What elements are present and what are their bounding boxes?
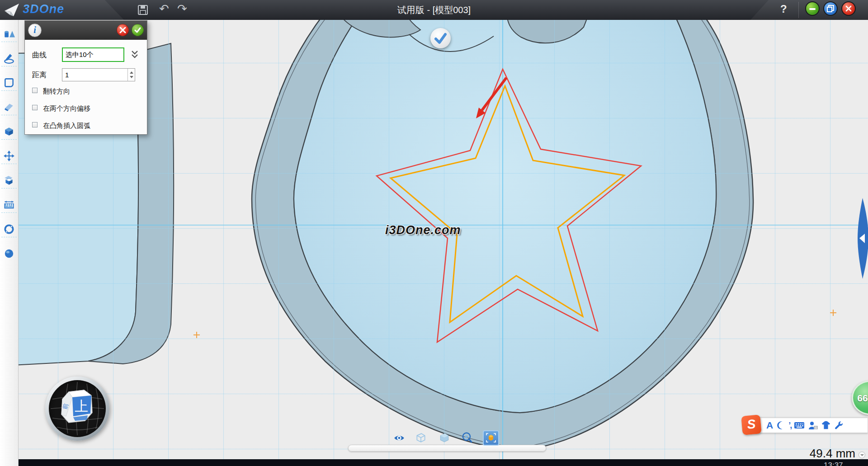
dialog-header[interactable]: i xyxy=(25,21,147,40)
dimension-unit-dropdown[interactable] xyxy=(859,452,865,458)
offset-both-directions-checkbox[interactable] xyxy=(32,105,38,110)
expand-chevron-icon[interactable] xyxy=(131,49,139,60)
taskbar-clock: 13:37 xyxy=(824,461,843,466)
ime-user-icon[interactable]: S xyxy=(807,420,818,430)
special-features-icon[interactable] xyxy=(3,174,15,186)
eraser-icon[interactable] xyxy=(3,101,15,113)
ime-keyboard-icon[interactable] xyxy=(794,420,805,430)
toolbar-divider xyxy=(1,139,17,140)
sidebar-toolbar xyxy=(0,20,19,466)
badge-value: 66 xyxy=(855,393,868,404)
render-mode-icon xyxy=(484,431,498,445)
app-window: i3DOne.com i 曲线 xyxy=(0,0,868,466)
slideout-panel-tab[interactable] xyxy=(854,194,868,282)
navigation-cube[interactable]: 上 前 xyxy=(45,377,109,441)
ime-mode-letter[interactable]: A xyxy=(766,420,773,431)
navcube-background: 上 前 xyxy=(49,380,106,437)
offset-both-directions-label: 在两个方向偏移 xyxy=(43,104,90,113)
visibility-eye-icon[interactable] xyxy=(393,432,405,443)
curve-label: 曲线 xyxy=(32,51,47,60)
dialog-cancel-button[interactable] xyxy=(117,24,129,36)
maximize-button[interactable] xyxy=(823,1,838,16)
offset-direction-arrow xyxy=(482,78,506,110)
constraint-ring-icon[interactable] xyxy=(3,223,15,235)
os-taskbar[interactable]: 13:37 xyxy=(0,459,868,466)
check-icon xyxy=(430,28,451,48)
sketch-icon[interactable] xyxy=(3,52,15,64)
ime-toolbar: A ’, S xyxy=(753,418,868,433)
ime-punctuation-toggle[interactable]: ’, xyxy=(788,421,791,430)
dialog-confirm-button[interactable] xyxy=(132,24,144,36)
minimize-button[interactable] xyxy=(805,1,820,16)
confirm-check-button[interactable] xyxy=(430,28,451,48)
distance-stepper[interactable] xyxy=(127,69,135,81)
distance-label: 距离 xyxy=(32,71,47,80)
toolbar-divider xyxy=(1,188,17,188)
bottom-handle-bar[interactable] xyxy=(348,445,546,452)
toolbar-divider xyxy=(1,66,17,66)
move-icon[interactable] xyxy=(3,150,15,162)
ime-moon-icon[interactable] xyxy=(776,420,786,430)
flip-direction-label: 翻转方向 xyxy=(43,87,70,96)
maximize-icon xyxy=(826,4,835,13)
primitives-icon[interactable] xyxy=(3,28,15,40)
toolbar-divider xyxy=(1,42,17,42)
window-title: 试用版 - [模型003] xyxy=(0,4,868,16)
toolbar-divider xyxy=(1,237,17,237)
dimension-icon[interactable] xyxy=(3,199,15,211)
titlebar: 3DOne ↶ ↷ 试用版 - [模型003] ? xyxy=(0,0,868,20)
edit-sketch-icon[interactable] xyxy=(3,77,15,89)
ime-skin-tshirt-icon[interactable] xyxy=(821,420,831,430)
close-icon xyxy=(844,4,853,13)
wireframe-cube-icon[interactable] xyxy=(415,432,427,443)
dimension-readout[interactable]: 49.4 mm xyxy=(791,447,855,461)
ime-logo[interactable]: S xyxy=(741,414,762,435)
watermark: i3DOne.com xyxy=(385,223,461,237)
toolbar-divider xyxy=(1,115,17,115)
help-button[interactable]: ? xyxy=(780,3,787,15)
offset-curve-dialog: i 曲线 距离 翻转方向 xyxy=(24,20,147,135)
insert-arc-label: 在凸角插入圆弧 xyxy=(43,122,90,130)
shaded-cube-icon[interactable] xyxy=(439,432,450,443)
close-icon xyxy=(119,27,126,33)
toolbar-divider xyxy=(1,212,17,213)
solid-cube-icon[interactable] xyxy=(3,126,15,137)
minimize-icon xyxy=(808,4,817,13)
svg-text:S: S xyxy=(815,426,817,429)
distance-input[interactable] xyxy=(62,68,135,81)
titlebar-separator xyxy=(798,2,799,18)
check-icon xyxy=(134,27,141,33)
grid-plus-marker xyxy=(193,310,836,338)
navcube-cube[interactable]: 上 前 xyxy=(55,386,99,431)
curve-input[interactable] xyxy=(62,47,124,62)
info-icon[interactable]: i xyxy=(28,24,42,37)
ime-settings-wrench-icon[interactable] xyxy=(834,420,844,430)
flip-direction-checkbox[interactable] xyxy=(32,88,38,93)
toolbar-divider xyxy=(1,90,17,91)
source-star-orange[interactable] xyxy=(391,86,624,322)
material-sphere-icon[interactable] xyxy=(3,248,15,259)
render-mode-button[interactable] xyxy=(483,430,499,446)
offset-star-red[interactable] xyxy=(377,69,641,342)
zoom-cube-icon[interactable] xyxy=(461,432,473,443)
navcube-top-label: 上 xyxy=(75,399,88,414)
insert-arc-checkbox[interactable] xyxy=(32,122,38,127)
close-button[interactable] xyxy=(841,1,856,16)
toolbar-divider xyxy=(1,164,17,164)
